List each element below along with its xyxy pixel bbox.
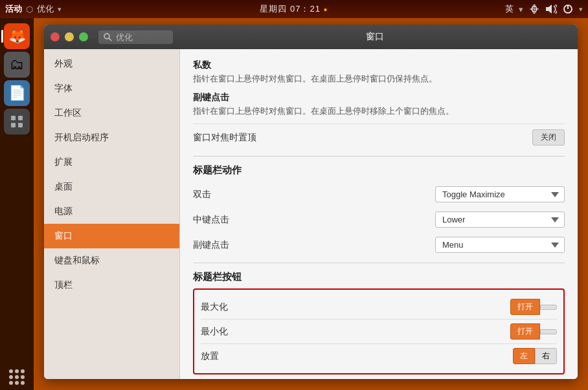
dock-icon-firefox[interactable]: 🦊: [4, 23, 30, 49]
maximize-side-button[interactable]: [540, 305, 557, 310]
sidebar-item-desktop[interactable]: 桌面: [44, 175, 179, 199]
lang-indicator[interactable]: 英: [505, 3, 514, 15]
main-window: 窗口 外观 字体 工作区 开机启动程序 扩展 桌面 电源 窗口 键盘和鼠标 顶栏…: [44, 25, 578, 379]
window-maximize-button[interactable]: [79, 32, 88, 41]
svg-rect-3: [11, 116, 16, 120]
double-click-select[interactable]: Toggle Maximize Lower Menu None: [435, 186, 565, 202]
network-icon[interactable]: [528, 3, 540, 15]
middle-click-select[interactable]: Lower Toggle Maximize Menu None: [435, 211, 565, 228]
middle-click-row: 中键点击 Lower Toggle Maximize Menu None: [193, 207, 565, 232]
lang-arrow: ▾: [519, 5, 523, 14]
search-icon: [104, 33, 112, 41]
dock-icon-tools[interactable]: [4, 109, 30, 135]
focus-on-top-close-button[interactable]: 关闭: [532, 129, 565, 146]
window-content: 外观 字体 工作区 开机启动程序 扩展 桌面 电源 窗口 键盘和鼠标 顶栏 私数…: [44, 49, 578, 379]
maximize-open-button[interactable]: 打开: [510, 299, 540, 315]
middle-click-label: 中键点击: [193, 214, 229, 226]
topbar-datetime[interactable]: 星期四 07：21 ●: [260, 3, 328, 15]
minimize-label: 最小化: [201, 326, 228, 338]
search-input[interactable]: [116, 32, 168, 42]
sidebar-item-extensions[interactable]: 扩展: [44, 150, 179, 175]
topbar-left: 活动 ⬡ 优化 ▾: [5, 3, 62, 15]
placement-label: 放置: [201, 351, 219, 362]
activities-button[interactable]: 活动: [5, 3, 22, 15]
power-arrow: ▾: [579, 5, 583, 14]
focus-on-top-label: 窗口对焦时置顶: [193, 132, 256, 144]
sidebar-item-window[interactable]: 窗口: [44, 224, 179, 248]
focus-title-secondary: 副键点击: [193, 92, 565, 103]
focus-on-top-row: 窗口对焦时置顶 关闭: [193, 124, 565, 151]
window-title: 窗口: [178, 31, 571, 43]
focus-title-private: 私数: [193, 60, 565, 71]
titlebar-actions-heading: 标题栏动作: [193, 164, 565, 177]
window-titlebar: 窗口: [44, 25, 578, 49]
focus-section-secondary: 副键点击 指针在窗口上悬停时对焦窗口。在桌面上悬停时移除上个窗口的焦点。: [193, 92, 565, 118]
secondary-click-select[interactable]: Menu Lower Toggle Maximize None: [435, 237, 565, 253]
app-menu[interactable]: 优化: [37, 3, 54, 15]
titlebar-search-box[interactable]: [98, 30, 173, 44]
dock-apps-grid[interactable]: [9, 369, 25, 385]
double-click-label: 双击: [193, 189, 211, 200]
double-click-row: 双击 Toggle Maximize Lower Menu None: [193, 182, 565, 207]
topbar: 活动 ⬡ 优化 ▾ 星期四 07：21 ● 英 ▾ ▾: [0, 0, 588, 18]
placement-row: 放置 左 右: [201, 343, 557, 368]
dock-icon-files[interactable]: 🗂: [4, 52, 30, 78]
volume-icon[interactable]: [545, 3, 557, 15]
minimize-btn-group: 打开: [510, 323, 557, 340]
focus-desc-private: 指针在窗口上悬停时对焦窗口。在桌面上悬停时窗口仍保持焦点。: [193, 72, 565, 85]
svg-rect-5: [11, 123, 16, 127]
svg-rect-4: [18, 116, 23, 120]
secondary-click-row: 副键点击 Menu Lower Toggle Maximize None: [193, 232, 565, 257]
sidebar-item-keyboard-mouse[interactable]: 键盘和鼠标: [44, 248, 179, 273]
titlebar-buttons-section: 最大化 打开 最小化 打开 放置: [193, 288, 565, 374]
divider-1: [193, 156, 565, 157]
minimize-row: 最小化 打开: [201, 319, 557, 343]
topbar-dot: ⬡: [26, 5, 33, 14]
placement-right-button[interactable]: 右: [535, 348, 557, 364]
content-panel: 私数 指针在窗口上悬停时对焦窗口。在桌面上悬停时窗口仍保持焦点。 副键点击 指针…: [180, 49, 578, 379]
secondary-click-label: 副键点击: [193, 239, 229, 251]
sidebar: 外观 字体 工作区 开机启动程序 扩展 桌面 电源 窗口 键盘和鼠标 顶栏: [44, 49, 180, 379]
svg-line-8: [109, 38, 111, 41]
minimize-open-button[interactable]: 打开: [510, 323, 540, 340]
window-close-button[interactable]: [51, 32, 60, 41]
app-menu-arrow: ▾: [58, 5, 62, 14]
sidebar-item-fonts[interactable]: 字体: [44, 76, 179, 101]
maximize-row: 最大化 打开: [201, 295, 557, 319]
power-icon[interactable]: [562, 3, 574, 15]
sidebar-item-topbar[interactable]: 顶栏: [44, 273, 179, 298]
focus-desc-secondary: 指针在窗口上悬停时对焦窗口。在桌面上悬停时移除上个窗口的焦点。: [193, 105, 565, 118]
divider-2: [193, 263, 565, 263]
minimize-side-button[interactable]: [540, 329, 557, 334]
window-minimize-button[interactable]: [65, 32, 74, 41]
titlebar-buttons-heading: 标题栏按钮: [193, 271, 565, 283]
sidebar-item-startup[interactable]: 开机启动程序: [44, 125, 179, 150]
dock-icon-writer[interactable]: 📄: [4, 80, 30, 106]
topbar-right: 英 ▾ ▾: [505, 3, 583, 15]
sidebar-item-workspace[interactable]: 工作区: [44, 101, 179, 125]
svg-rect-6: [18, 123, 23, 127]
placement-left-button[interactable]: 左: [513, 348, 535, 364]
placement-btn-group: 左 右: [513, 348, 557, 364]
svg-point-7: [104, 34, 109, 39]
sidebar-item-power[interactable]: 电源: [44, 199, 179, 224]
maximize-label: 最大化: [201, 301, 228, 313]
sidebar-item-appearance[interactable]: 外观: [44, 52, 179, 76]
focus-section-private: 私数 指针在窗口上悬停时对焦窗口。在桌面上悬停时窗口仍保持焦点。: [193, 60, 565, 85]
maximize-btn-group: 打开: [510, 299, 557, 315]
dock: 🦊 🗂 📄: [0, 18, 34, 390]
